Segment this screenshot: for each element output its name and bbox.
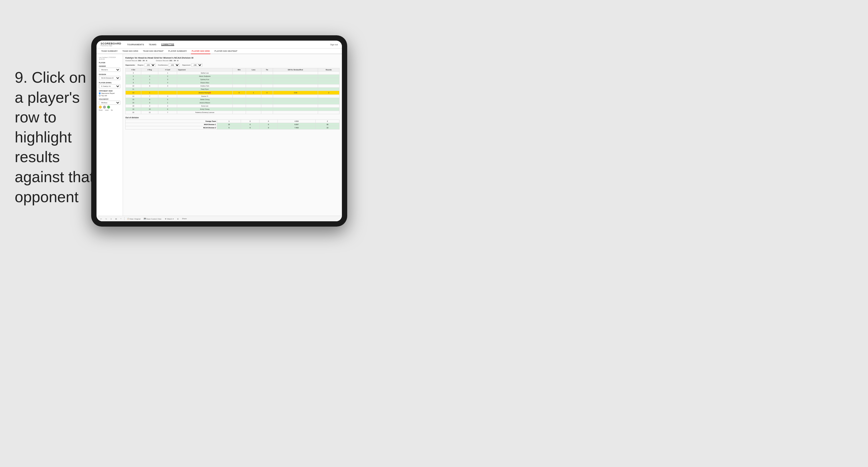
col-rounds: Rounds [318,68,340,71]
tab-team-h2h-heatmap[interactable]: TEAM H2H HEATMAP [143,49,164,54]
conference-filter-label: Conference [158,64,168,66]
sub-nav: TEAM SUMMARY TEAM H2H GRID TEAM H2H HEAT… [96,49,342,54]
tab-player-h2h-grid[interactable]: PLAYER H2H GRID [191,49,210,54]
toolbar-watch[interactable]: 👁 Watch ▾ [164,217,174,220]
player-rank-select[interactable]: 8. Katelyn Vo [99,84,120,88]
nav-committee[interactable]: COMMITTEE [161,43,175,46]
radio-top100[interactable]: Top 100 [99,95,120,96]
toolbar-down[interactable]: ⇓ [110,217,113,220]
toolbar-circle[interactable]: ○ [120,217,122,220]
toolbar-sep1 [124,217,124,220]
conference-filter-group: Conference (All) [158,63,180,67]
col-loss: Loss [246,68,261,71]
tab-player-summary[interactable]: PLAYER SUMMARY [168,49,188,54]
player-h2h-table: # Div # Reg # Conf Opponent Win Loss Tie… [125,68,340,114]
out-of-division: Out of division Foreign Team1004.5002NAI… [125,117,340,129]
main-content: Last Updated: 27/03/2024 16:55:28 Player… [96,54,342,216]
table-row[interactable]: 1474Eunice Yi [126,95,340,98]
table-row[interactable]: 131Jessica Huang ▶010-3.002 [126,91,340,95]
region-filter-label: Region [138,64,144,66]
opponent-filter-group: Opponent (All) [182,63,203,67]
toolbar-redo[interactable]: ↪ [104,217,108,220]
col-diff: Diff Av Strokes/Rnd [273,68,318,71]
radio-opponents-played[interactable]: Opponents Played [99,92,120,94]
table-row[interactable]: 1585Stella Chong [126,98,340,101]
region-filter-group: Region (All) [138,63,156,67]
toolbar-view-original[interactable]: 📋 View: Original [126,217,142,220]
data-title: Katelyn Vo Head-to-Head Grid for Women's… [125,57,340,59]
legend-dots [99,106,120,108]
division-select[interactable]: NCAA Division III [99,76,120,80]
col-div: # Div [126,68,141,71]
dot-down [99,106,102,108]
table-row[interactable]: 522Alexis Sudjianto [126,75,340,78]
opponents-label: Opponents: [125,64,135,66]
region-filter-select[interactable]: (All) [145,63,156,67]
table-row[interactable]: 19106Emily Chang [126,108,340,111]
opponent-filter-label: Opponent [182,64,190,66]
nav-bar: SCOREBOARD Powered by clippi TOURNAMENTS… [96,41,342,49]
col-reg: # Reg [141,68,158,71]
tab-team-h2h-grid[interactable]: TEAM H2H GRID [122,49,139,54]
colour-by-select[interactable]: Win/loss [99,101,120,105]
toolbar-grid[interactable]: ⊞ [115,217,118,220]
out-table-row[interactable]: Foreign Team1004.5002 [126,120,340,123]
conference-filter-select[interactable]: (All) [168,63,180,67]
gender-label: Gender [99,65,120,67]
last-updated: Last Updated: 27/03/2024 16:55:28 [99,57,120,60]
data-records: Overall Record: 353 - 34 - 6 Division Re… [125,60,340,62]
sign-out-button[interactable]: Sign out [330,43,338,45]
col-tie: Tie [261,68,273,71]
dot-labels: Down Level Up [99,109,120,111]
out-table-row[interactable]: NAIA Division 115009.26730 [126,123,340,126]
toolbar-share[interactable]: Share [181,217,188,220]
col-conf: # Conf [158,68,177,71]
table-row[interactable]: 914Sharon Mun [126,81,340,85]
logo-sub: Powered by clippi [101,45,121,46]
toolbar-plus[interactable]: ⊕ [176,217,180,220]
sidebar: Last Updated: 27/03/2024 16:55:28 Player… [96,54,123,216]
out-div-label: Out of division [125,117,340,119]
tablet-screen: SCOREBOARD Powered by clippi TOURNAMENTS… [96,41,342,221]
table-row[interactable]: 11Haeji Hyun [126,88,340,91]
opponent-filter-select[interactable]: (All) [191,63,203,67]
division-label: Division [99,73,120,75]
filters-row: Opponents: Region (All) Conference (All) [125,63,340,67]
toolbar-save-custom[interactable]: 💾 Save Custom View [143,217,162,220]
toolbar-undo[interactable]: ↩ [99,217,103,220]
dot-up [107,106,110,108]
nav-links: TOURNAMENTS TEAMS COMMITTEE [127,43,324,46]
nav-teams[interactable]: TEAMS [149,43,157,45]
tab-player-h2h-heatmap[interactable]: PLAYER H2H HEATMAP [214,49,238,54]
annotation-text: 9. Click on a player's row to highlight … [15,68,97,207]
player-label: Player [99,62,120,64]
out-of-division-table: Foreign Team1004.5002NAIA Division 11500… [125,120,340,129]
opponent-view: Opponent view Opponents Played Top 100 [99,90,120,96]
dot-level [103,106,106,108]
table-row[interactable]: 20117Federica Domecq Lacroze [126,111,340,114]
bottom-toolbar: ↩ ↪ ⇓ ⊞ ○ 📋 View: Original 💾 Save Custom… [96,216,342,221]
nav-tournaments[interactable]: TOURNAMENTS [127,43,144,45]
player-rank-label: Player (Rank) [99,82,120,84]
tab-team-summary[interactable]: TEAM SUMMARY [101,49,118,54]
table-row[interactable]: 1063Andrea York [126,85,340,88]
table-row[interactable]: 1691Jessica Mason [126,101,340,104]
tablet-frame: SCOREBOARD Powered by clippi TOURNAMENTS… [91,35,347,226]
logo-area: SCOREBOARD Powered by clippi [101,42,121,46]
table-row[interactable]: 1822Euna Lee [126,104,340,108]
table-row[interactable]: 613Sydney Kuo [126,78,340,81]
col-win: Win [232,68,246,71]
col-opponent: Opponent [177,68,233,71]
colour-section: Colour by Win/loss Down Level Up [99,98,120,111]
gender-select[interactable]: Women's [99,68,120,72]
out-table-row[interactable]: NCAA Division 25007.40010 [126,126,340,129]
table-row[interactable]: 31Esther Lee [126,71,340,75]
data-area: Katelyn Vo Head-to-Head Grid for Women's… [123,54,342,216]
